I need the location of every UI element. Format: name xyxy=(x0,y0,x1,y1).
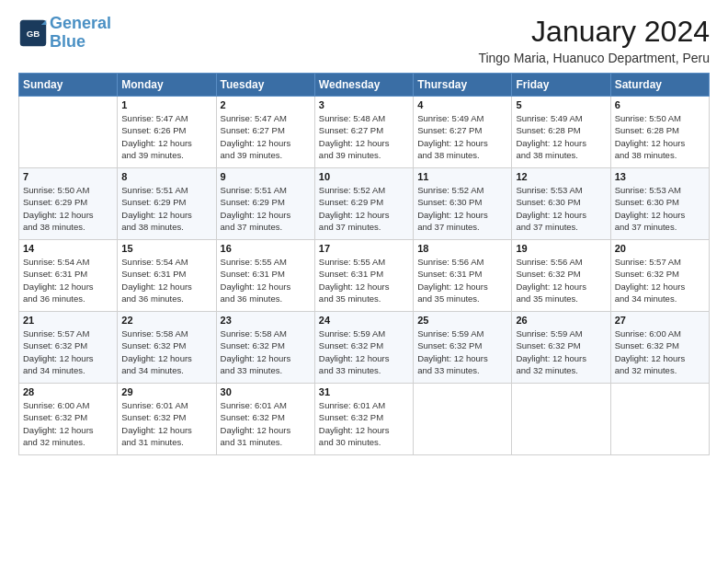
calendar-cell: 13Sunrise: 5:53 AMSunset: 6:30 PMDayligh… xyxy=(610,168,709,240)
day-info: Sunrise: 5:47 AMSunset: 6:27 PMDaylight:… xyxy=(221,112,311,161)
day-number: 28 xyxy=(23,386,113,397)
logo-line2: Blue xyxy=(50,32,85,51)
day-number: 14 xyxy=(23,243,113,254)
weekday-header-monday: Monday xyxy=(118,74,216,97)
logo-icon: GB xyxy=(18,18,48,48)
weekday-header-saturday: Saturday xyxy=(610,74,709,97)
day-info: Sunrise: 5:50 AMSunset: 6:29 PMDaylight:… xyxy=(23,184,113,233)
day-number: 22 xyxy=(121,315,211,326)
day-info: Sunrise: 5:56 AMSunset: 6:31 PMDaylight:… xyxy=(417,256,507,304)
day-info: Sunrise: 5:53 AMSunset: 6:30 PMDaylight:… xyxy=(615,184,705,233)
calendar-cell: 12Sunrise: 5:53 AMSunset: 6:30 PMDayligh… xyxy=(512,168,610,240)
calendar-cell: 20Sunrise: 5:57 AMSunset: 6:32 PMDayligh… xyxy=(610,240,709,312)
calendar-cell: 3Sunrise: 5:48 AMSunset: 6:27 PMDaylight… xyxy=(314,97,413,168)
day-info: Sunrise: 5:47 AMSunset: 6:26 PMDaylight:… xyxy=(121,112,211,161)
day-number: 18 xyxy=(417,243,507,254)
day-info: Sunrise: 5:51 AMSunset: 6:29 PMDaylight:… xyxy=(221,184,311,233)
calendar-cell: 29Sunrise: 6:01 AMSunset: 6:32 PMDayligh… xyxy=(118,384,216,455)
day-info: Sunrise: 5:52 AMSunset: 6:29 PMDaylight:… xyxy=(319,184,409,233)
calendar-cell xyxy=(414,384,512,455)
day-number: 6 xyxy=(615,99,705,110)
calendar-cell: 15Sunrise: 5:54 AMSunset: 6:31 PMDayligh… xyxy=(118,240,216,312)
calendar-cell: 21Sunrise: 5:57 AMSunset: 6:32 PMDayligh… xyxy=(19,312,118,384)
calendar-cell: 6Sunrise: 5:50 AMSunset: 6:28 PMDaylight… xyxy=(610,97,709,168)
calendar-week-row: 14Sunrise: 5:54 AMSunset: 6:31 PMDayligh… xyxy=(19,240,710,312)
day-number: 26 xyxy=(516,315,606,326)
calendar-cell: 14Sunrise: 5:54 AMSunset: 6:31 PMDayligh… xyxy=(19,240,118,312)
calendar-cell: 26Sunrise: 5:59 AMSunset: 6:32 PMDayligh… xyxy=(512,312,610,384)
calendar-cell: 27Sunrise: 6:00 AMSunset: 6:32 PMDayligh… xyxy=(610,312,709,384)
day-info: Sunrise: 6:01 AMSunset: 6:32 PMDaylight:… xyxy=(221,399,311,448)
calendar-cell: 4Sunrise: 5:49 AMSunset: 6:27 PMDaylight… xyxy=(414,97,512,168)
logo-line1: General xyxy=(50,14,111,32)
calendar-cell: 1Sunrise: 5:47 AMSunset: 6:26 PMDaylight… xyxy=(118,97,216,168)
calendar-cell: 2Sunrise: 5:47 AMSunset: 6:27 PMDaylight… xyxy=(216,97,314,168)
calendar-cell: 31Sunrise: 6:01 AMSunset: 6:32 PMDayligh… xyxy=(314,384,413,455)
weekday-header-thursday: Thursday xyxy=(414,74,512,97)
weekday-header-row: SundayMondayTuesdayWednesdayThursdayFrid… xyxy=(19,74,710,97)
calendar-cell xyxy=(610,384,709,455)
day-number: 2 xyxy=(221,99,311,110)
calendar-cell: 8Sunrise: 5:51 AMSunset: 6:29 PMDaylight… xyxy=(118,168,216,240)
day-number: 29 xyxy=(121,386,211,397)
day-info: Sunrise: 5:54 AMSunset: 6:31 PMDaylight:… xyxy=(23,256,113,304)
day-number: 7 xyxy=(23,171,113,182)
day-info: Sunrise: 6:00 AMSunset: 6:32 PMDaylight:… xyxy=(23,399,113,448)
day-info: Sunrise: 6:01 AMSunset: 6:32 PMDaylight:… xyxy=(319,399,409,448)
day-info: Sunrise: 5:49 AMSunset: 6:28 PMDaylight:… xyxy=(516,112,606,161)
day-number: 16 xyxy=(221,243,311,254)
logo-text: General Blue xyxy=(50,15,111,52)
day-info: Sunrise: 5:51 AMSunset: 6:29 PMDaylight:… xyxy=(121,184,211,233)
day-info: Sunrise: 5:58 AMSunset: 6:32 PMDaylight:… xyxy=(121,327,211,376)
month-title: January 2024 xyxy=(478,15,710,49)
day-number: 30 xyxy=(221,386,311,397)
day-number: 4 xyxy=(417,99,507,110)
calendar-cell: 23Sunrise: 5:58 AMSunset: 6:32 PMDayligh… xyxy=(216,312,314,384)
calendar-week-row: 28Sunrise: 6:00 AMSunset: 6:32 PMDayligh… xyxy=(19,384,710,455)
calendar-cell: 10Sunrise: 5:52 AMSunset: 6:29 PMDayligh… xyxy=(314,168,413,240)
svg-text:GB: GB xyxy=(27,28,40,38)
calendar-cell: 7Sunrise: 5:50 AMSunset: 6:29 PMDaylight… xyxy=(19,168,118,240)
day-number: 10 xyxy=(319,171,409,182)
day-number: 1 xyxy=(121,99,211,110)
logo: GB General Blue xyxy=(18,15,111,52)
day-number: 21 xyxy=(23,315,113,326)
calendar-cell: 30Sunrise: 6:01 AMSunset: 6:32 PMDayligh… xyxy=(216,384,314,455)
day-info: Sunrise: 5:59 AMSunset: 6:32 PMDaylight:… xyxy=(319,327,409,376)
calendar-cell: 9Sunrise: 5:51 AMSunset: 6:29 PMDaylight… xyxy=(216,168,314,240)
title-block: January 2024 Tingo Maria, Huanuco Depart… xyxy=(478,15,710,65)
day-info: Sunrise: 5:48 AMSunset: 6:27 PMDaylight:… xyxy=(319,112,409,161)
calendar-week-row: 1Sunrise: 5:47 AMSunset: 6:26 PMDaylight… xyxy=(19,97,710,168)
day-info: Sunrise: 5:56 AMSunset: 6:32 PMDaylight:… xyxy=(516,256,606,304)
day-info: Sunrise: 5:59 AMSunset: 6:32 PMDaylight:… xyxy=(417,327,507,376)
day-number: 9 xyxy=(221,171,311,182)
day-number: 31 xyxy=(319,386,409,397)
day-number: 20 xyxy=(615,243,705,254)
day-info: Sunrise: 5:50 AMSunset: 6:28 PMDaylight:… xyxy=(615,112,705,161)
weekday-header-tuesday: Tuesday xyxy=(216,74,314,97)
day-number: 25 xyxy=(417,315,507,326)
day-number: 15 xyxy=(121,243,211,254)
day-number: 24 xyxy=(319,315,409,326)
day-number: 11 xyxy=(417,171,507,182)
day-info: Sunrise: 5:57 AMSunset: 6:32 PMDaylight:… xyxy=(615,256,705,304)
day-number: 27 xyxy=(615,315,705,326)
day-number: 23 xyxy=(221,315,311,326)
calendar-cell: 22Sunrise: 5:58 AMSunset: 6:32 PMDayligh… xyxy=(118,312,216,384)
weekday-header-friday: Friday xyxy=(512,74,610,97)
day-number: 12 xyxy=(516,171,606,182)
day-number: 3 xyxy=(319,99,409,110)
weekday-header-wednesday: Wednesday xyxy=(314,74,413,97)
day-info: Sunrise: 6:01 AMSunset: 6:32 PMDaylight:… xyxy=(121,399,211,448)
day-info: Sunrise: 5:59 AMSunset: 6:32 PMDaylight:… xyxy=(516,327,606,376)
calendar-cell: 18Sunrise: 5:56 AMSunset: 6:31 PMDayligh… xyxy=(414,240,512,312)
day-info: Sunrise: 5:58 AMSunset: 6:32 PMDaylight:… xyxy=(221,327,311,376)
weekday-header-sunday: Sunday xyxy=(19,74,118,97)
day-info: Sunrise: 6:00 AMSunset: 6:32 PMDaylight:… xyxy=(615,327,705,376)
day-info: Sunrise: 5:57 AMSunset: 6:32 PMDaylight:… xyxy=(23,327,113,376)
calendar-cell: 19Sunrise: 5:56 AMSunset: 6:32 PMDayligh… xyxy=(512,240,610,312)
day-info: Sunrise: 5:52 AMSunset: 6:30 PMDaylight:… xyxy=(417,184,507,233)
location-title: Tingo Maria, Huanuco Department, Peru xyxy=(478,51,710,65)
calendar-cell: 11Sunrise: 5:52 AMSunset: 6:30 PMDayligh… xyxy=(414,168,512,240)
calendar-cell: 24Sunrise: 5:59 AMSunset: 6:32 PMDayligh… xyxy=(314,312,413,384)
